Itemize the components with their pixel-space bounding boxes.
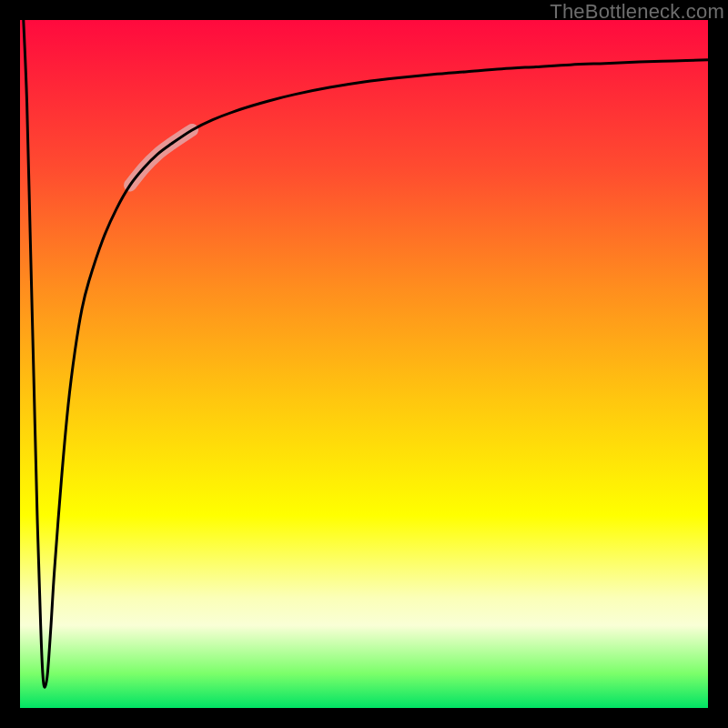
chart-frame: TheBottleneck.com	[0, 0, 728, 728]
plot-area	[20, 20, 708, 708]
curve-line	[24, 20, 708, 687]
curve-svg	[20, 20, 708, 708]
curve-highlight	[130, 130, 192, 185]
